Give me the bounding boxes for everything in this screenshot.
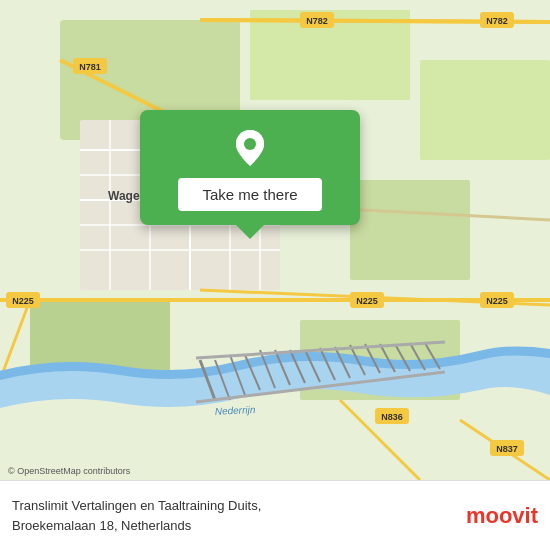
osm-credit: © OpenStreetMap contributors <box>8 466 130 476</box>
footer: Translimit Vertalingen en Taaltraining D… <box>0 480 550 550</box>
take-me-there-button[interactable]: Take me there <box>178 178 321 211</box>
svg-text:N781: N781 <box>79 62 101 72</box>
location-pin-icon <box>228 126 272 170</box>
svg-rect-6 <box>420 60 550 160</box>
svg-text:N837: N837 <box>496 444 518 454</box>
address-line1: Translimit Vertalingen en Taaltraining D… <box>12 496 456 516</box>
svg-text:N225: N225 <box>486 296 508 306</box>
svg-text:Nederrijn: Nederrijn <box>215 404 257 417</box>
map-popup: Take me there <box>140 110 360 225</box>
svg-text:N782: N782 <box>306 16 328 26</box>
svg-point-65 <box>244 138 256 150</box>
map-svg: N782 N782 N781 N225 N225 N225 N836 N837 … <box>0 0 550 480</box>
svg-rect-5 <box>350 180 470 280</box>
map-container: N782 N782 N781 N225 N225 N225 N836 N837 … <box>0 0 550 480</box>
svg-text:N782: N782 <box>486 16 508 26</box>
svg-text:N225: N225 <box>12 296 34 306</box>
svg-text:N225: N225 <box>356 296 378 306</box>
moovit-logo-container: moovit <box>466 503 538 529</box>
footer-address: Translimit Vertalingen en Taaltraining D… <box>12 496 456 535</box>
moovit-logo: moovit <box>466 503 538 529</box>
svg-text:N836: N836 <box>381 412 403 422</box>
address-line2: Broekemalaan 18, Netherlands <box>12 516 456 536</box>
